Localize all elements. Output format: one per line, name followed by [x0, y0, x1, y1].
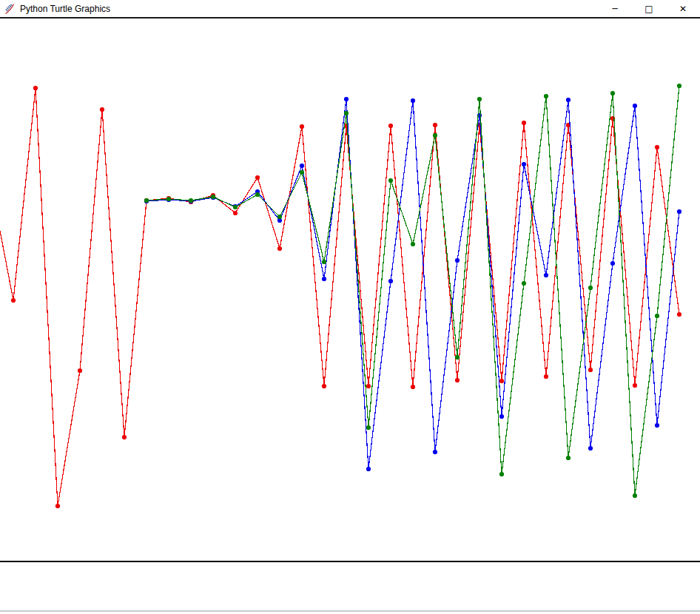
window-controls: ─ □ ✕: [598, 0, 700, 17]
maximize-button[interactable]: □: [632, 0, 666, 17]
window-title: Python Turtle Graphics: [20, 4, 110, 14]
minimize-button[interactable]: ─: [598, 0, 632, 17]
line-chart: [0, 0, 700, 614]
title-bar[interactable]: Python Turtle Graphics ─ □ ✕: [0, 0, 700, 18]
close-button[interactable]: ✕: [666, 0, 700, 17]
turtle-canvas: [0, 0, 700, 614]
turtle-graphics-window: Python Turtle Graphics ─ □ ✕: [0, 0, 700, 614]
tk-feather-icon: [4, 3, 16, 15]
